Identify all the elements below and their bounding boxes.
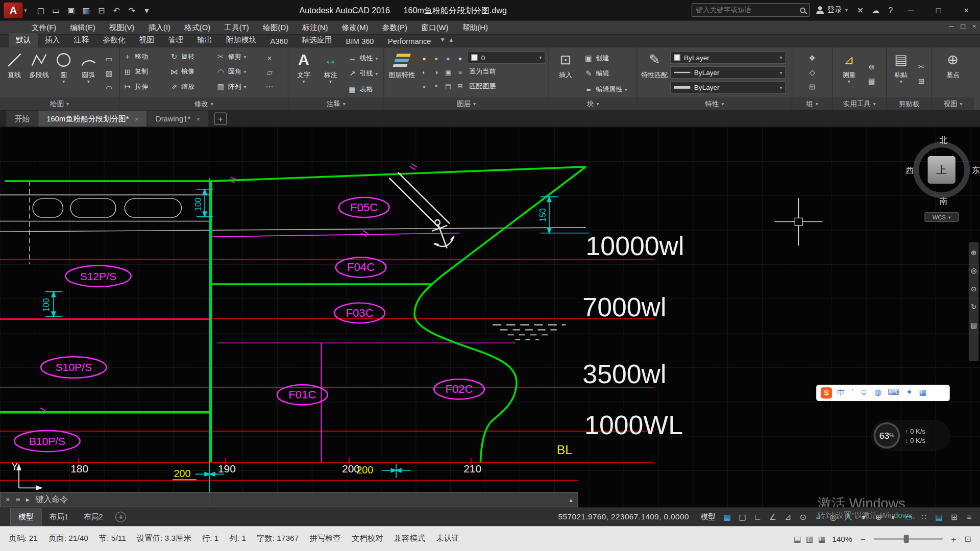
block-create-icon[interactable]: ▣ 创建 (582, 51, 629, 65)
polar-tracking-icon[interactable]: ∠ (766, 510, 779, 523)
sogou-mode-icon[interactable]: 中 (837, 387, 845, 398)
rectangle-tool-icon[interactable]: ▭ (103, 53, 115, 65)
paste-button[interactable]: ▤ 粘贴 (889, 49, 913, 96)
panel-label-layers[interactable]: 图层▾ (384, 97, 549, 110)
layer-delete-icon[interactable]: ⊟ (457, 82, 462, 89)
deck-structure[interactable] (0, 181, 586, 264)
edit-attributes-icon[interactable]: ≡ 编辑属性▾ (582, 83, 629, 96)
ribbon-tab[interactable]: 注释 (67, 33, 96, 47)
zoom-icon[interactable]: ⊙ (971, 285, 976, 293)
layer-off-icon[interactable]: ◒ (422, 82, 426, 89)
doc-minimize-icon[interactable]: ─ (949, 22, 954, 31)
sogou-toolbox-icon[interactable]: ✦ (906, 387, 913, 398)
stretch-icon[interactable]: ↦ 拉伸 (121, 80, 167, 94)
menu-item[interactable]: 插入(I) (142, 21, 177, 34)
insert-block-button[interactable]: ⊡ 插入 (552, 49, 579, 96)
redo-icon[interactable]: ↷ (125, 4, 138, 17)
ribbon-tab[interactable]: 默认 (9, 33, 38, 47)
new-drawing-tab-button[interactable]: + (214, 112, 227, 124)
panel-label-clipboard[interactable]: 剪贴板 (887, 97, 932, 110)
close-button[interactable]: × (952, 0, 980, 20)
word-status-item[interactable]: 字数: 17367 (257, 534, 299, 544)
viewcube-west[interactable]: 西 (905, 165, 914, 176)
layout2-tab[interactable]: 布局2 (76, 509, 110, 524)
word-status-item[interactable]: 文档校对 (352, 534, 383, 544)
netspeed-widget[interactable]: 63% ↑ 0 K/s ↓ 0 K/s (871, 420, 950, 451)
measure-button[interactable]: ⊿ 测量 (835, 49, 863, 96)
workspace-switch-icon[interactable]: ▾ (441, 36, 445, 44)
array-icon[interactable]: ▦ 阵列▾ (214, 80, 261, 94)
isodraft-icon[interactable]: ⊿ (781, 510, 795, 523)
app-menu-arrow-icon[interactable]: ▾ (24, 7, 27, 13)
linear-dim-icon[interactable]: ↔ 线性▾ (346, 51, 380, 65)
layer-properties-button[interactable]: 图层特性 (387, 49, 417, 96)
sogou-emoji-icon[interactable]: ☺ (860, 387, 868, 398)
menu-item[interactable]: 文件(F) (25, 21, 62, 34)
ribbon-tab[interactable]: 管理 (161, 33, 190, 47)
copy-clip-icon[interactable]: ⊞ (915, 74, 928, 87)
ribbon-tab[interactable]: A360 (263, 35, 295, 47)
minimize-button[interactable]: ─ (897, 0, 924, 20)
viewcube-top-face[interactable]: 上 (928, 156, 955, 184)
a360-sync-icon[interactable]: ☁ (869, 5, 882, 14)
menu-item[interactable]: 参数(P) (376, 21, 413, 34)
ribbon-minimize-icon[interactable]: ▴ (449, 36, 453, 44)
erase-icon[interactable]: × (263, 52, 276, 64)
model-space-button[interactable]: 模型 (695, 510, 720, 524)
leader-icon[interactable]: ↗ 引线▾ (346, 67, 380, 81)
lineweight-combo[interactable]: ByLayer ▾ (670, 81, 786, 93)
menu-item[interactable]: 标注(N) (296, 21, 334, 34)
polyline-button[interactable]: 多段线 (27, 49, 51, 96)
new-layout-button[interactable]: + (115, 511, 126, 522)
layer-lock-icon[interactable]: ● (446, 55, 450, 61)
rotate-icon[interactable]: ↻ 旋转 (167, 50, 214, 64)
ship-drawing[interactable]: 100 100 150 200 200 BL 10000wl 7000wl 35… (0, 127, 980, 508)
viewcube-east[interactable]: 东 (972, 165, 980, 176)
zoom-slider[interactable] (874, 538, 943, 540)
sogou-logo-icon[interactable]: S (821, 387, 832, 398)
zoom-percent[interactable]: 140% (832, 535, 852, 543)
menu-item[interactable]: 工具(T) (218, 21, 255, 34)
waterline-grid[interactable] (0, 259, 654, 480)
tab-close-icon[interactable]: × (135, 115, 139, 122)
menu-item[interactable]: 编辑(E) (64, 21, 102, 34)
word-status-item[interactable]: 设置值: 3.3厘米 (137, 534, 191, 544)
model-tab[interactable]: 模型 (10, 508, 42, 525)
command-prompt[interactable]: 键入命令 (35, 494, 68, 506)
clean-screen-icon[interactable]: ⊞ (947, 510, 961, 523)
customization-icon[interactable]: ≡ (962, 510, 976, 523)
ribbon-tab[interactable]: Performance (381, 35, 438, 47)
menu-item[interactable]: 格式(O) (178, 21, 217, 34)
wcs-menu[interactable]: WCS▾ (924, 212, 959, 221)
layer-freeze-icon[interactable]: ● (434, 55, 438, 61)
read-mode-icon[interactable]: ▤ (794, 534, 801, 543)
water-surface-symbol[interactable] (493, 325, 566, 340)
autocad-logo-icon[interactable]: A (4, 3, 22, 18)
ribbon-tab[interactable]: 附加模块 (219, 33, 263, 47)
move-icon[interactable]: + 移动 (121, 50, 167, 64)
layer-isolate-icon[interactable]: ◐ (422, 68, 426, 75)
panel-label-block[interactable]: 块▾ (549, 97, 637, 110)
ribbon-tab[interactable]: 插入 (38, 33, 67, 47)
pan-icon[interactable]: ◎ (971, 267, 977, 275)
search-input[interactable] (696, 6, 796, 14)
command-close-icon[interactable]: × (6, 495, 10, 504)
cut-clip-icon[interactable]: ✂ (915, 60, 928, 72)
command-customize-icon[interactable]: ≡ (16, 495, 20, 504)
word-status-item[interactable]: 兼容模式 (394, 534, 426, 544)
line-button[interactable]: 直线 (3, 49, 26, 96)
panel-label-utilities[interactable]: 实用工具▾ (832, 97, 886, 110)
viewcube-south[interactable]: 南 (908, 196, 978, 207)
ribbon-tab[interactable]: BIM 360 (339, 35, 381, 47)
exchange-apps-icon[interactable]: ✕ (854, 5, 867, 14)
word-status-item[interactable]: 页面: 21/40 (48, 534, 88, 544)
ungroup-icon[interactable]: ◇ (806, 66, 819, 79)
sign-in-button[interactable]: 登录 ▾ (816, 5, 848, 15)
drawing-canvas[interactable]: 100 100 150 200 200 BL 10000wl 7000wl 35… (0, 127, 980, 508)
layout1-tab[interactable]: 布局1 (41, 509, 76, 524)
scale-icon[interactable]: ⇗ 缩放 (167, 80, 214, 94)
menu-item[interactable]: 窗口(W) (415, 21, 455, 34)
word-status-item[interactable]: 列: 1 (229, 534, 246, 544)
maximize-button[interactable]: □ (924, 0, 952, 20)
layer-color-icon[interactable]: ● (458, 55, 462, 61)
